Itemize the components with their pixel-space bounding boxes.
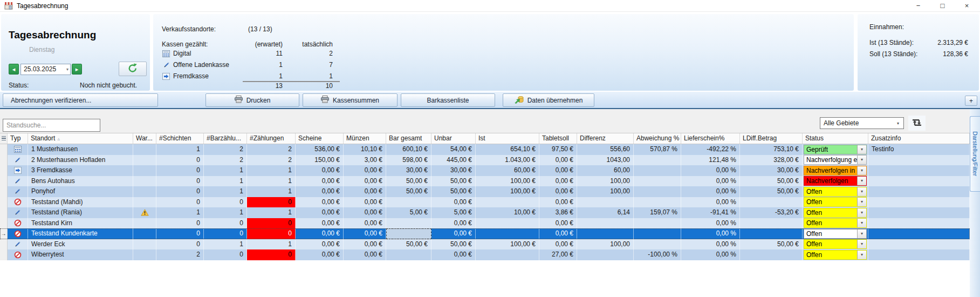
verify-button[interactable]: Abrechnungen verifizieren... — [3, 93, 158, 107]
column-header-unbar[interactable]: Unbar — [431, 133, 476, 144]
dropdown-arrow-icon[interactable]: ▾ — [857, 166, 866, 175]
cell-status[interactable]: Nachverfolgung erledigt▾ — [803, 155, 868, 166]
chevron-down-icon[interactable]: ▾ — [66, 64, 68, 75]
add-panel-button[interactable]: + — [965, 96, 977, 106]
column-header-abweichung[interactable]: Abweichung % — [634, 133, 681, 144]
column-header-tabletsoll[interactable]: Tabletsoll — [539, 133, 577, 144]
column-header-status[interactable]: Status — [803, 133, 868, 144]
dropdown-arrow-icon[interactable]: ▾ — [857, 187, 866, 196]
cell-status[interactable]: Nachverfolgen in Bearbeitung▾ — [803, 165, 868, 176]
printer-icon — [235, 96, 243, 105]
dropdown-arrow-icon[interactable]: ▾ — [857, 145, 866, 154]
dropdown-arrow-icon[interactable]: ▾ — [857, 156, 866, 164]
column-header-warn[interactable]: War... — [133, 133, 156, 144]
status-combo[interactable]: Offen▾ — [804, 239, 867, 249]
row-gutter[interactable] — [0, 239, 8, 250]
column-header-differenz[interactable]: Differenz — [577, 133, 634, 144]
column-header-scheine[interactable]: Scheine — [296, 133, 344, 144]
cell-status[interactable]: Offen▾ — [803, 228, 868, 239]
column-header-schichten[interactable]: #Schichten — [156, 133, 204, 144]
table-row[interactable]: 2 Musterhausen Hofladen022150,00 €3,00 €… — [0, 155, 970, 166]
column-header-ldiff_betrag[interactable]: LDiff.Betrag — [740, 133, 803, 144]
column-header-bar_gesamt[interactable]: Bar gesamt — [386, 133, 431, 144]
dropdown-arrow-icon[interactable]: ▾ — [857, 198, 866, 206]
barkassenliste-button[interactable]: Barkassenliste — [401, 93, 495, 107]
stand-table: TypStandort▵War...#Schichten#Barzählu...… — [0, 133, 970, 260]
cell-status[interactable]: Geprüft▾ — [803, 144, 868, 155]
cell-status[interactable]: Offen▾ — [803, 197, 868, 208]
row-gutter[interactable] — [0, 218, 8, 229]
current-row-marker[interactable]: → — [0, 228, 8, 239]
reload-button[interactable] — [119, 62, 147, 76]
table-row[interactable]: 1 Musterhausen122536,00 €10,10 €600,10 €… — [0, 144, 970, 155]
table-row[interactable]: Teststand (Mahdi)0000,00 €0,00 €0,00 €0,… — [0, 197, 970, 208]
table-row[interactable]: Ponyhof0110,00 €0,00 €50,00 €50,00 €100,… — [0, 186, 970, 197]
close-button[interactable]: × — [955, 0, 979, 12]
next-day-button[interactable]: ▸ — [72, 64, 82, 75]
row-gutter[interactable] — [0, 155, 8, 166]
dropdown-arrow-icon[interactable]: ▾ — [857, 208, 866, 217]
column-header-muenzen[interactable]: Münzen — [344, 133, 386, 144]
status-combo[interactable]: Offen▾ — [804, 250, 867, 260]
column-header-ist[interactable]: Ist — [476, 133, 539, 144]
row-gutter[interactable] — [0, 197, 8, 208]
column-header-standort[interactable]: Standort▵ — [28, 133, 133, 144]
column-header-zusatzinfo[interactable]: Zusatzinfo — [868, 133, 970, 144]
table-row[interactable]: Wiberrytest2000,00 €0,00 €0,00 €27,00 €-… — [0, 249, 970, 260]
kassensummen-button[interactable]: Kassensummen — [303, 93, 398, 107]
status-combo[interactable]: Offen▾ — [804, 208, 867, 218]
daten-uebernehmen-button[interactable]: Daten übernehmen — [503, 93, 594, 107]
status-combo[interactable]: Nachverfolgen in Bearbeitung▾ — [804, 166, 867, 176]
cell-status[interactable]: Offen▾ — [803, 186, 868, 197]
dropdown-arrow-icon[interactable]: ▾ — [857, 219, 866, 227]
cell-status[interactable]: Offen▾ — [803, 218, 868, 229]
table-row[interactable]: Teststand Kirn0000,00 €0,00 €0,00 €0,00 … — [0, 218, 970, 229]
table-row[interactable]: 3 Fremdkasse0110,00 €0,00 €30,00 €30,00 … — [0, 165, 970, 176]
minimize-button[interactable]: − — [906, 0, 930, 12]
row-gutter[interactable] — [0, 207, 8, 218]
dropdown-arrow-icon[interactable]: ▾ — [857, 177, 866, 185]
table-row[interactable]: →Teststand Kundenkarte0000,00 €0,00 €0,0… — [0, 228, 970, 239]
chevron-down-icon[interactable]: ▾ — [893, 121, 903, 126]
cell-lieferschein: 0,00 % — [681, 165, 740, 176]
gebiete-dropdown[interactable]: Alle Gebiete ▾ — [820, 117, 904, 129]
maximize-button[interactable]: □ — [930, 0, 955, 12]
status-combo[interactable]: Nachverfolgung erledigt▾ — [804, 155, 867, 165]
row-gutter[interactable] — [0, 165, 8, 176]
focused-edit-cell[interactable] — [386, 228, 431, 239]
reload-list-button[interactable] — [908, 116, 926, 131]
status-combo[interactable]: Geprüft▾ — [804, 145, 867, 154]
row-gutter[interactable] — [0, 186, 8, 197]
row-gutter[interactable] — [0, 249, 8, 260]
dropdown-arrow-icon[interactable]: ▾ — [857, 230, 866, 238]
cell-schichten: 0 — [156, 218, 204, 229]
column-header-typ[interactable]: Typ — [8, 133, 28, 144]
cell-unbar: 0,00 € — [431, 249, 476, 260]
print-button[interactable]: Drucken — [205, 93, 299, 107]
status-combo[interactable]: Offen▾ — [804, 187, 867, 197]
cell-ldiff_betrag: 50,00 € — [740, 186, 803, 197]
column-header-barzaehlungen[interactable]: #Barzählu... — [204, 133, 247, 144]
column-header-lieferschein[interactable]: Lieferschein% — [681, 133, 740, 144]
table-row[interactable]: Teststand (Rania)1110,00 €0,00 €5,00 €5,… — [0, 207, 970, 218]
dropdown-arrow-icon[interactable]: ▾ — [857, 240, 866, 248]
row-selector-corner[interactable] — [0, 133, 8, 144]
status-combo[interactable]: Offen▾ — [804, 197, 867, 207]
dropdown-arrow-icon[interactable]: ▾ — [857, 251, 866, 259]
row-gutter[interactable] — [0, 144, 8, 155]
date-field[interactable]: 25.03.2025 ▾ — [20, 64, 71, 75]
table-row[interactable]: Bens Autohaus0110,00 €0,00 €50,00 €50,00… — [0, 176, 970, 187]
status-combo[interactable]: Offen▾ — [804, 229, 867, 239]
status-combo[interactable]: Offen▾ — [804, 218, 867, 228]
cell-status[interactable]: Offen▾ — [803, 239, 868, 250]
stand-search-input[interactable] — [3, 119, 100, 132]
cell-status[interactable]: Nachverfolgen▾ — [803, 176, 868, 187]
status-combo[interactable]: Nachverfolgen▾ — [804, 176, 867, 186]
cell-status[interactable]: Offen▾ — [803, 249, 868, 260]
cell-status[interactable]: Offen▾ — [803, 207, 868, 218]
table-row[interactable]: Werder Eck0110,00 €0,00 €50,00 €50,00 €1… — [0, 239, 970, 250]
column-header-zaehlungen[interactable]: #Zählungen — [247, 133, 296, 144]
darstellung-filter-tab[interactable]: Darstellung/Filter — [970, 116, 980, 192]
previous-day-button[interactable]: ◂ — [9, 64, 19, 75]
row-gutter[interactable] — [0, 176, 8, 187]
